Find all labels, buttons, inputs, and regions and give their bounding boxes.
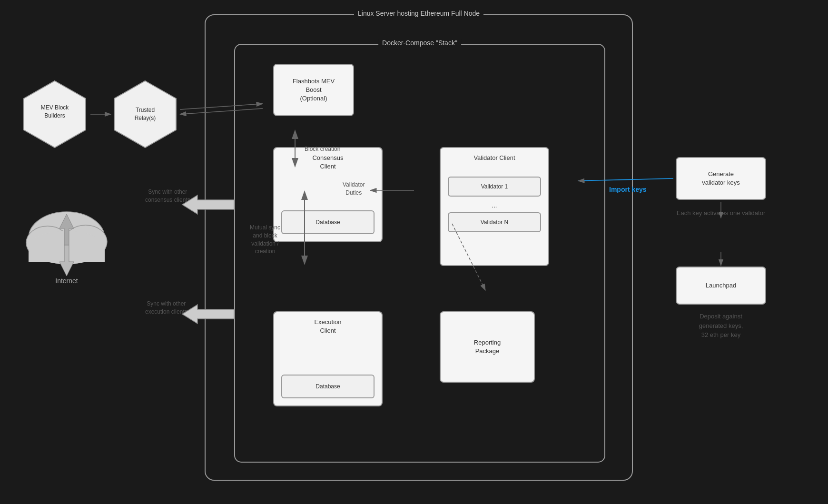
- docker-compose-container: Docker-Compose "Stack" Flashbots MEVBoos…: [234, 44, 605, 463]
- each-key-label: Each key activates one validator: [676, 208, 766, 218]
- consensus-client-label: ConsensusClient: [274, 154, 382, 171]
- validator-client-box: Validator Client Validator 1 ... Validat…: [440, 147, 549, 266]
- svg-text:MEV Block: MEV Block: [41, 104, 69, 111]
- consensus-database-box: Database: [281, 210, 375, 234]
- validator-n-box: Validator N: [448, 212, 541, 232]
- validator-dots: ...: [441, 201, 548, 210]
- svg-text:Builders: Builders: [44, 112, 65, 119]
- deposit-label: Deposit againstgenerated keys,32 eth per…: [676, 312, 766, 340]
- consensus-db-label: Database: [315, 218, 340, 227]
- execution-client-label: ExecutionClient: [274, 318, 382, 335]
- docker-compose-label: Docker-Compose "Stack": [378, 39, 461, 47]
- import-keys-label: Import keys: [609, 186, 647, 193]
- mev-builders-hex: MEV Block Builders: [19, 76, 90, 152]
- reporting-package-box: ReportingPackage: [440, 311, 535, 383]
- validator-1-box: Validator 1: [448, 177, 541, 197]
- generate-keys-box: Generatevalidator keys: [676, 157, 766, 200]
- linux-server-label: Linux Server hosting Ethereum Full Node: [354, 10, 483, 17]
- svg-text:Trusted: Trusted: [136, 107, 155, 113]
- flashbots-box: Flashbots MEVBoost(Optional): [273, 64, 354, 116]
- consensus-client-box: ConsensusClient Database: [273, 147, 383, 242]
- reporting-package-label: ReportingPackage: [474, 338, 501, 356]
- generate-keys-label: Generatevalidator keys: [702, 170, 739, 187]
- block-creation-label: Block creation: [305, 145, 340, 153]
- sync-execution-label: Sync with otherexecution clients: [145, 300, 187, 316]
- execution-db-label: Database: [315, 383, 340, 391]
- validator-client-label: Validator Client: [441, 154, 548, 162]
- launchpad-box: Launchpad: [676, 267, 766, 305]
- validator-1-label: Validator 1: [481, 183, 508, 191]
- svg-text:Relay(s): Relay(s): [135, 115, 156, 121]
- validator-duties-label: ValidatorDuties: [343, 181, 365, 197]
- execution-client-box: ExecutionClient Database: [273, 311, 383, 406]
- svg-marker-3: [114, 81, 176, 148]
- flashbots-label: Flashbots MEVBoost(Optional): [293, 77, 335, 103]
- diagram-area: Linux Server hosting Ethereum Full Node …: [0, 0, 828, 504]
- mutual-sync-label: Mutual syncand blockvalidation /creation: [250, 224, 280, 256]
- internet-cloud: Internet: [14, 190, 119, 286]
- launchpad-label: Launchpad: [706, 281, 736, 290]
- trusted-relay-hex: Trusted Relay(s): [109, 76, 181, 152]
- sync-consensus-label: Sync with otherconsensus clients: [145, 188, 190, 204]
- execution-database-box: Database: [281, 375, 375, 398]
- svg-text:Internet: Internet: [55, 277, 78, 285]
- validator-n-label: Validator N: [481, 218, 508, 227]
